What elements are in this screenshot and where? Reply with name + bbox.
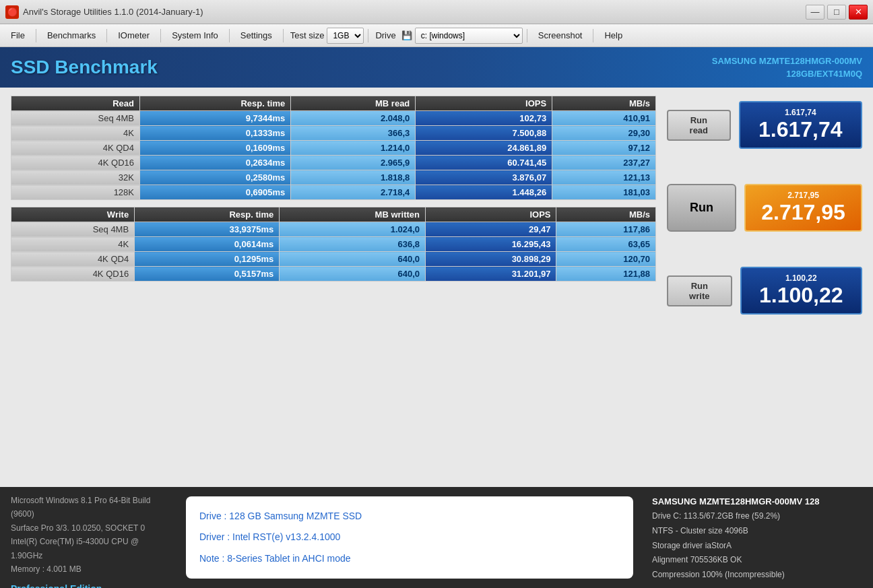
read-mbs-3: 237,27	[552, 156, 656, 170]
read-row-1: 4K 0,1333ms 366,3 7.500,88 29,30	[11, 126, 656, 141]
read-score-box: 1.617,74 1.617,74	[739, 101, 862, 149]
close-button[interactable]: ✕	[849, 5, 868, 20]
read-resp-3: 0,2634ms	[140, 156, 291, 170]
read-mb-3: 2.965,9	[291, 156, 416, 170]
separator-6	[368, 29, 368, 42]
run-button[interactable]: Run	[667, 184, 736, 232]
run-read-row: Run read 1.617,74 1.617,74	[667, 101, 862, 149]
read-label-2: 4K QD4	[11, 141, 140, 156]
drive-label: Drive	[375, 30, 395, 40]
menu-iometer[interactable]: IOmeter	[111, 28, 156, 43]
write-row-1: 4K 0,0614ms 636,8 16.295,43 63,65	[11, 237, 656, 252]
read-row-0: Seq 4MB 9,7344ms 2.048,0 102,73 410,91	[11, 111, 656, 126]
col-mb-read: MB read	[291, 96, 416, 111]
write-score-label: 1.100,22	[752, 273, 850, 283]
write-mb-2: 640,0	[280, 252, 426, 267]
test-size-label: Test size	[290, 30, 325, 40]
menu-system-info[interactable]: System Info	[165, 28, 225, 43]
write-resp-3: 0,5157ms	[135, 267, 280, 282]
title-bar-left: 🔴 Anvil's Storage Utilities 1.1.0 (2014-…	[5, 5, 203, 19]
menu-settings[interactable]: Settings	[234, 28, 279, 43]
read-mb-1: 366,3	[291, 126, 416, 141]
footer-drive-c: Drive C: 113.5/67.2GB free (59.2%)	[652, 509, 862, 524]
col-mb-written: MB written	[280, 207, 426, 222]
separator-7	[527, 29, 527, 42]
col-iops: IOPS	[416, 96, 552, 111]
footer: Microsoft Windows 8.1 Pro 64-Bit Build (…	[0, 487, 873, 588]
menu-screenshot[interactable]: Screenshot	[531, 28, 589, 43]
col-mbs-w: MB/s	[556, 207, 656, 222]
read-table: Read Resp. time MB read IOPS MB/s Seq 4M…	[11, 96, 656, 200]
footer-center: Drive : 128 GB Samsung MZMTE SSD Driver …	[186, 496, 633, 579]
menu-benchmarks[interactable]: Benchmarks	[40, 28, 102, 43]
run-write-button[interactable]: Run write	[667, 275, 732, 306]
write-mb-1: 636,8	[280, 237, 426, 252]
menu-help[interactable]: Help	[597, 28, 629, 43]
write-row-3: 4K QD16 0,5157ms 640,0 31.201,97 121,88	[11, 267, 656, 282]
read-mb-5: 2.718,4	[291, 185, 416, 200]
device-line2: 128GB/EXT41M0Q	[712, 67, 862, 81]
run-read-button[interactable]: Run read	[667, 110, 731, 141]
app-icon: 🔴	[5, 5, 19, 19]
col-write: Write	[11, 207, 135, 222]
footer-right: SAMSUNG MZMTE128HMGR-000MV 128 Drive C: …	[647, 494, 862, 581]
read-label-5: 128K	[11, 185, 140, 200]
read-mb-4: 1.818,8	[291, 170, 416, 185]
footer-left: Microsoft Windows 8.1 Pro 64-Bit Build (…	[11, 494, 172, 581]
write-table: Write Resp. time MB written IOPS MB/s Se…	[11, 207, 656, 282]
write-iops-3: 31.201,97	[426, 267, 556, 282]
maximize-button[interactable]: □	[827, 5, 846, 20]
write-header-row: Write Resp. time MB written IOPS MB/s	[11, 207, 656, 222]
write-score-value: 1.100,22	[752, 283, 850, 308]
drive-note-3: Note : 8-Series Tablet in AHCI mode	[199, 550, 620, 567]
drive-select[interactable]: c: [windows]	[415, 28, 523, 44]
read-resp-2: 0,1609ms	[140, 141, 291, 156]
separator-3	[160, 29, 161, 42]
write-iops-0: 29,47	[426, 222, 556, 237]
read-mbs-1: 29,30	[552, 126, 656, 141]
read-resp-0: 9,7344ms	[140, 111, 291, 126]
write-resp-1: 0,0614ms	[135, 237, 280, 252]
test-size-select[interactable]: 1GB	[327, 28, 364, 44]
menu-file[interactable]: File	[4, 28, 32, 43]
write-mbs-3: 121,88	[556, 267, 656, 282]
col-resp-time: Resp. time	[140, 96, 291, 111]
footer-storage-driver: Storage driver iaStorA	[652, 539, 862, 554]
read-iops-0: 102,73	[416, 111, 552, 126]
drive-note-1: Drive : 128 GB Samsung MZMTE SSD	[199, 508, 620, 525]
footer-cpu: Intel(R) Core(TM) i5-4300U CPU @ 1.90GHz	[11, 535, 172, 562]
read-resp-1: 0,1333ms	[140, 126, 291, 141]
read-label-3: 4K QD16	[11, 156, 140, 170]
write-score-box: 1.100,22 1.100,22	[740, 267, 862, 315]
benchmark-table: Read Resp. time MB read IOPS MB/s Seq 4M…	[11, 96, 656, 479]
footer-system-info: Microsoft Windows 8.1 Pro 64-Bit Build (…	[11, 494, 172, 576]
separator-2	[106, 29, 107, 42]
footer-edition: Professional Edition	[11, 581, 172, 588]
write-resp-0: 33,9375ms	[135, 222, 280, 237]
separator-1	[36, 29, 36, 42]
read-header-row: Read Resp. time MB read IOPS MB/s	[11, 96, 656, 111]
run-row: Run 2.717,95 2.717,95	[667, 184, 862, 232]
drive-note-2: Driver : Intel RST(e) v13.2.4.1000	[199, 529, 620, 546]
read-iops-2: 24.861,89	[416, 141, 552, 156]
total-score-value: 2.717,95	[756, 200, 850, 225]
write-row-2: 4K QD4 0,1295ms 640,0 30.898,29 120,70	[11, 252, 656, 267]
right-panel: Run read 1.617,74 1.617,74 Run 2.717,95 …	[667, 96, 862, 479]
col-mbs: MB/s	[552, 96, 656, 111]
drive-group: Drive 💾 c: [windows]	[375, 28, 522, 44]
window-controls[interactable]: — □ ✕	[806, 5, 868, 20]
read-mbs-4: 121,13	[552, 170, 656, 185]
read-label-1: 4K	[11, 126, 140, 141]
write-resp-2: 0,1295ms	[135, 252, 280, 267]
read-row-3: 4K QD16 0,2634ms 2.965,9 60.741,45 237,2…	[11, 156, 656, 170]
app-header: SSD Benchmark SAMSUNG MZMTE128HMGR-000MV…	[0, 47, 873, 88]
app-title: SSD Benchmark	[11, 57, 158, 78]
read-label-0: Seq 4MB	[11, 111, 140, 126]
minimize-button[interactable]: —	[806, 5, 825, 20]
read-iops-5: 1.448,26	[416, 185, 552, 200]
footer-alignment: Alignment 705536KB OK	[652, 553, 862, 568]
footer-ntfs: NTFS - Cluster size 4096B	[652, 524, 862, 539]
device-line1: SAMSUNG MZMTE128HMGR-000MV	[712, 55, 862, 68]
window-title: Anvil's Storage Utilities 1.1.0 (2014-Ja…	[23, 7, 203, 17]
write-label-2: 4K QD4	[11, 252, 135, 267]
